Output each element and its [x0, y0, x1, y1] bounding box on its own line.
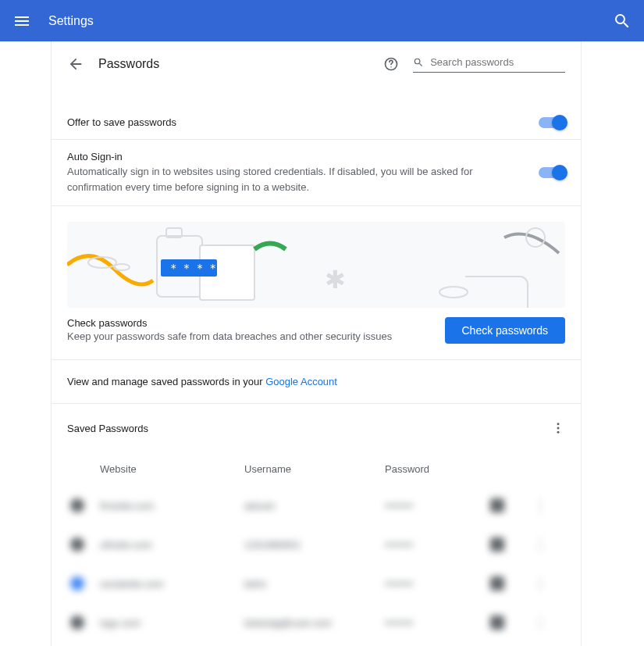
password-check-illustration: * * * * | ✱ — [67, 222, 565, 308]
saved-passwords-title: Saved Passwords — [67, 423, 551, 434]
app-bar: Settings — [0, 0, 644, 41]
auto-signin-toggle[interactable] — [539, 167, 565, 178]
google-account-link[interactable]: Google Account — [265, 376, 337, 387]
site-cell: logs.com — [100, 617, 244, 629]
user-cell: bdrix — [244, 578, 385, 590]
offer-to-save-row: Offer to save passwords — [52, 105, 581, 139]
table-row[interactable]: othsite.com 1201960001 •••••••• ⋮ — [67, 525, 565, 564]
site-cell: socialsite.com — [100, 578, 244, 590]
row-more-icon[interactable]: ⋮ — [533, 497, 564, 514]
site-cell: firstsite.com — [100, 500, 244, 512]
saved-passwords-section: Saved Passwords Website Username Passwor… — [52, 403, 581, 646]
site-cell: othsite.com — [100, 539, 244, 551]
more-vert-icon[interactable] — [551, 421, 565, 435]
show-password-icon[interactable] — [490, 537, 504, 551]
check-passwords-button[interactable]: Check passwords — [445, 317, 566, 344]
show-password-icon[interactable] — [490, 498, 504, 512]
pass-cell: •••••••• — [385, 578, 490, 590]
site-favicon — [70, 498, 84, 512]
offer-to-save-label: Offer to save passwords — [67, 116, 523, 128]
table-row[interactable]: socialsite.com bdrix •••••••• ⋮ — [67, 564, 565, 603]
site-favicon — [70, 537, 84, 551]
hamburger-menu-icon[interactable] — [12, 12, 31, 30]
svg-point-13 — [557, 427, 560, 430]
auto-signin-row: Auto Sign-in Automatically sign in to we… — [52, 139, 581, 205]
view-manage-text: View and manage saved passwords in your — [67, 376, 265, 387]
scroll-area[interactable]: Passwords Offer to save passwords Auto S… — [0, 41, 632, 646]
app-title: Settings — [48, 14, 94, 28]
show-password-icon[interactable] — [490, 616, 504, 630]
search-passwords-input[interactable] — [430, 56, 565, 68]
check-passwords-section: * * * * | ✱ Check passwords Keep your pa… — [52, 205, 581, 359]
user-cell: 1201960001 — [244, 539, 385, 551]
svg-point-14 — [557, 431, 560, 434]
svg-point-3 — [114, 264, 130, 270]
check-passwords-title: Check passwords — [67, 317, 445, 329]
pass-cell: •••••••• — [385, 539, 490, 551]
help-icon[interactable] — [383, 56, 399, 72]
row-more-icon[interactable]: ⋮ — [533, 614, 564, 631]
svg-text:✱: ✱ — [325, 266, 346, 294]
search-icon[interactable] — [613, 12, 632, 30]
svg-point-10 — [439, 287, 468, 298]
site-favicon — [70, 576, 84, 591]
auto-signin-description: Automatically sign in to websites using … — [67, 164, 523, 195]
check-passwords-subtitle: Keep your passwords safe from data breac… — [67, 330, 445, 342]
user-cell: bdotsdg@user.com — [244, 617, 385, 629]
row-more-icon[interactable]: ⋮ — [533, 536, 564, 553]
table-row[interactable]: logs.com bdotsdg@user.com •••••••• ⋮ — [67, 603, 565, 642]
header-website: Website — [100, 463, 244, 475]
row-more-icon[interactable]: ⋮ — [533, 575, 564, 592]
show-password-icon[interactable] — [490, 576, 504, 591]
header-password: Password — [385, 463, 490, 475]
page-header: Passwords — [52, 41, 581, 87]
search-passwords-field[interactable] — [413, 56, 565, 73]
auto-signin-label: Auto Sign-in — [67, 151, 523, 162]
settings-card: Passwords Offer to save passwords Auto S… — [51, 41, 582, 646]
back-arrow-icon[interactable] — [67, 55, 84, 73]
page-title: Passwords — [98, 57, 159, 71]
pass-cell: •••••••• — [385, 500, 490, 512]
pass-cell: •••••••• — [385, 617, 490, 629]
search-small-icon — [413, 56, 424, 69]
svg-point-12 — [557, 423, 560, 425]
header-username: Username — [244, 463, 385, 475]
user-cell: aduser — [244, 500, 385, 512]
svg-text:* * * * |: * * * * | — [170, 262, 229, 275]
table-row[interactable]: firstsite.com aduser •••••••• ⋮ — [67, 486, 565, 525]
password-table-header: Website Username Password — [67, 435, 565, 486]
view-manage-row: View and manage saved passwords in your … — [52, 359, 581, 403]
site-favicon — [70, 616, 84, 630]
offer-to-save-toggle[interactable] — [539, 117, 565, 128]
svg-point-1 — [390, 66, 391, 67]
